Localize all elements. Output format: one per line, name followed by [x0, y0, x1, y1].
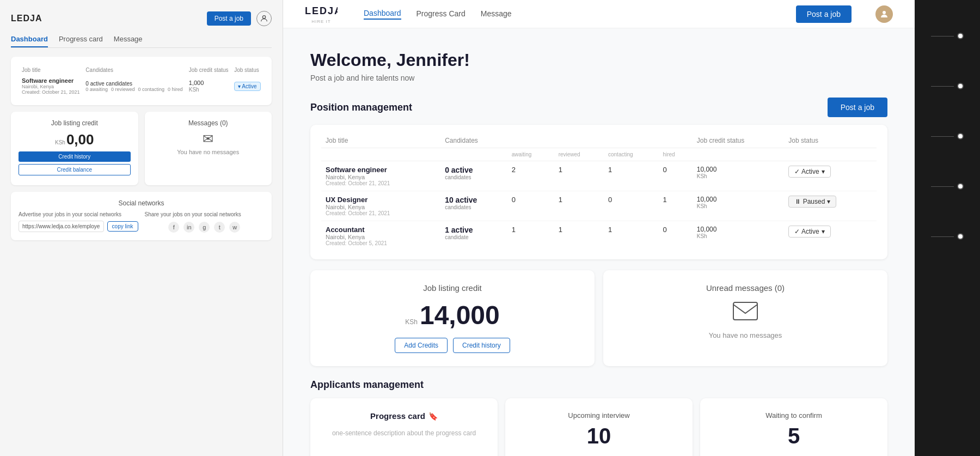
left-messages-card: Messages (0) ✉ You have no messages — [145, 112, 272, 185]
job-status-chevron-2: ▾ — [827, 198, 830, 205]
annotation-dot-1 — [957, 33, 964, 39]
job-status-1[interactable]: ✓ Active ▾ — [788, 166, 830, 178]
job-row-3: Accountant Nairobi, Kenya Created: Octob… — [321, 221, 877, 251]
left-candidates-1: 0 active candidates — [85, 81, 183, 87]
svg-text:LEDJA: LEDJA — [305, 5, 338, 16]
left-position-card: Job title Candidates Job credit status J… — [11, 57, 272, 105]
waiting-confirm-card: Waiting to confirm 5 Click to see › — [700, 398, 887, 456]
applicants-section: Applicants management Progress card 🔖 on… — [310, 379, 887, 456]
left-url-input[interactable] — [19, 221, 104, 232]
job-contacting-2: 0 — [608, 196, 612, 204]
job-status-2[interactable]: ⏸ Paused ▾ — [788, 196, 836, 208]
job-hired-3: 0 — [663, 226, 666, 234]
left-credit-1: 1,000KSh — [189, 80, 229, 93]
credit-currency-label: KSh — [405, 318, 418, 326]
svg-rect-3 — [733, 302, 757, 320]
svg-point-2 — [883, 11, 886, 14]
left-advertise: Advertise your jobs in your social netwo… — [19, 211, 138, 233]
nav-dashboard[interactable]: Dashboard — [364, 9, 401, 20]
left-facebook-icon[interactable]: f — [168, 222, 179, 233]
left-whatsapp-icon[interactable]: w — [229, 222, 240, 233]
left-nav: Dashboard Progress card Message — [11, 35, 272, 48]
left-nav-dashboard[interactable]: Dashboard — [11, 35, 48, 47]
left-messages-title: Messages (0) — [152, 119, 265, 127]
job-created-2: Created: October 21, 2021 — [326, 210, 436, 216]
left-credit-balance-btn[interactable]: Credit balance — [19, 164, 131, 175]
left-copy-btn[interactable]: copy link — [107, 221, 138, 232]
th-contacting: contacting — [604, 148, 658, 161]
left-social-content: Advertise your jobs in your social netwo… — [19, 211, 264, 233]
job-cand-label-3: candidate — [445, 234, 503, 240]
left-linkedin-icon[interactable]: in — [183, 222, 194, 233]
top-navbar: LEDJA HIRE IT Dashboard Progress Card Me… — [283, 0, 915, 28]
position-post-job-button[interactable]: Post a job — [828, 98, 887, 117]
job-created-3: Created: October 5, 2021 — [326, 240, 436, 246]
left-col-jobstatus: Job status — [232, 65, 263, 75]
left-post-job-button[interactable]: Post a job — [207, 11, 251, 26]
job-credit-3: 10,000 — [697, 226, 780, 233]
th-status-empty — [784, 148, 877, 161]
page-body: Welcome, Jennifer! Post a job and hire t… — [283, 28, 915, 456]
left-social-title: Social networks — [19, 199, 264, 207]
job-credit-1: 10,000 — [697, 166, 780, 173]
left-credit-history-btn[interactable]: Credit history — [19, 151, 131, 162]
credit-messages-grid: Job listing credit KSh 14,000 Add Credit… — [310, 270, 887, 366]
job-reviewed-3: 1 — [559, 226, 562, 234]
left-share: Share your jobs on your social networks … — [145, 211, 265, 233]
job-reviewed-1: 1 — [559, 166, 562, 174]
left-status-1[interactable]: ▾ Active — [234, 82, 260, 91]
annotation-5 — [931, 233, 964, 240]
nav-post-job-button[interactable]: Post a job — [796, 5, 852, 23]
left-google-icon[interactable]: g — [199, 222, 210, 233]
progress-card-label: Progress card — [370, 411, 425, 421]
left-job-meta-1: Nairobi, KenyaCreated: October 21, 2021 — [22, 84, 80, 95]
user-avatar[interactable] — [875, 5, 893, 23]
left-share-label: Share your jobs on your social networks — [145, 211, 265, 217]
annotation-dot-3 — [957, 133, 964, 139]
annotation-dot-5 — [957, 233, 964, 240]
logo-area: LEDJA HIRE IT — [305, 4, 338, 24]
annotation-line-4 — [931, 186, 954, 187]
left-col-creditstatus: Job credit status — [187, 65, 231, 75]
th-credit-empty — [693, 148, 785, 161]
job-awaiting-1: 2 — [512, 166, 516, 174]
nav-progress-card[interactable]: Progress Card — [416, 9, 465, 19]
credit-history-button[interactable]: Credit history — [453, 338, 510, 353]
left-no-messages: You have no messages — [152, 149, 265, 155]
left-job-row-1: Software engineer Nairobi, KenyaCreated:… — [20, 76, 263, 96]
left-social-card: Social networks Advertise your jobs in y… — [11, 192, 272, 240]
position-section-header: Position management Post a job — [310, 98, 887, 117]
nav-links: Dashboard Progress Card Message — [364, 9, 779, 20]
left-user-icon[interactable] — [256, 11, 272, 26]
th-job-title: Job title — [321, 133, 440, 148]
job-status-label-3: ✓ Active — [794, 228, 819, 235]
left-credit-amount: 0,00 — [66, 131, 94, 148]
job-awaiting-3: 1 — [512, 226, 516, 234]
left-header-right: Post a job — [207, 11, 272, 26]
th-reviewed: reviewed — [554, 148, 604, 161]
th-credit-status: Job credit status — [693, 133, 785, 148]
left-nav-progress[interactable]: Progress card — [59, 35, 103, 47]
job-row-1: Software engineer Nairobi, Kenya Created… — [321, 161, 877, 191]
waiting-confirm-count: 5 — [788, 424, 800, 448]
credit-card-title: Job listing credit — [323, 283, 581, 293]
no-messages-text: You have no messages — [616, 331, 874, 339]
add-credits-button[interactable]: Add Credits — [395, 338, 448, 353]
left-twitter-icon[interactable]: t — [214, 222, 225, 233]
left-position-table: Job title Candidates Job credit status J… — [19, 64, 264, 98]
job-status-3[interactable]: ✓ Active ▾ — [788, 226, 830, 238]
upcoming-interview-label: Upcoming interview — [568, 411, 629, 419]
job-cand-label-1: candidates — [445, 174, 503, 180]
left-credit-title: Job listing credit — [19, 119, 131, 127]
left-nav-message[interactable]: Message — [114, 35, 143, 47]
nav-message[interactable]: Message — [481, 9, 512, 19]
job-hired-1: 0 — [663, 166, 666, 174]
job-contacting-1: 1 — [608, 166, 612, 174]
annotation-line-2 — [931, 86, 954, 87]
job-location-2: Nairobi, Kenya — [326, 204, 436, 210]
annotation-column — [915, 0, 980, 272]
left-header: LEDJA Post a job — [11, 11, 272, 26]
job-awaiting-2: 0 — [512, 196, 516, 204]
position-section-title: Position management — [310, 102, 412, 113]
left-cand-stats-1: 0 awaiting0 reviewed0 contacting0 hired — [85, 87, 183, 92]
